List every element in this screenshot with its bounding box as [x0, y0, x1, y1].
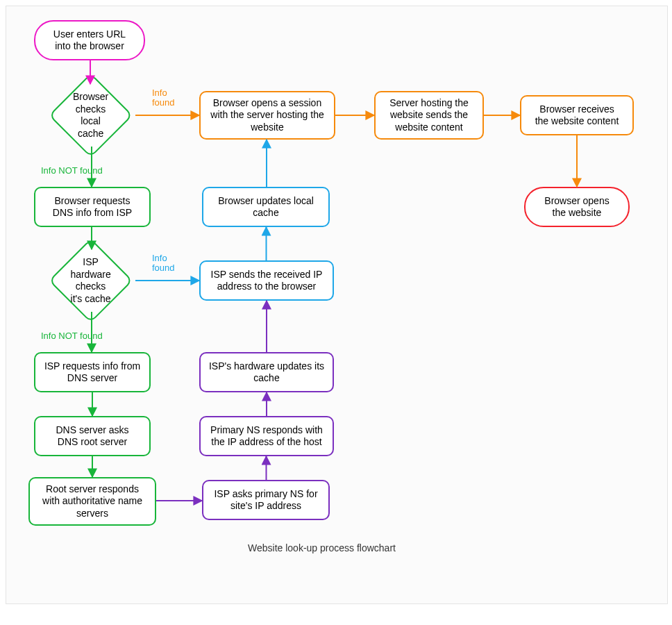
node-isp-request-dns: ISP requests info fromDNS server	[34, 352, 151, 392]
node-root-responds: Root server respondswith authoritative n…	[28, 477, 156, 526]
node-start: User enters URLinto the browser	[34, 20, 145, 60]
edge-label: Infofound	[152, 253, 175, 274]
node-label: ISP sends the received IPaddress to the …	[211, 269, 323, 293]
edge-label: Info NOT found	[41, 331, 103, 341]
node-browser-cache-update: Browser updates localcache	[202, 187, 330, 227]
node-end: Browser opensthe website	[524, 187, 630, 227]
node-label: DNS server asksDNS root server	[56, 424, 128, 449]
node-label: ISP asks primary NS forsite's IP address	[214, 488, 317, 512]
node-label: Server hosting thewebsite sends thewebsi…	[389, 97, 469, 134]
node-label: Browser checkslocal cache	[69, 91, 112, 140]
node-label: Root server respondswith authoritative n…	[42, 483, 142, 520]
node-isp-sends-ip: ISP sends the received IPaddress to the …	[199, 260, 334, 301]
node-isp-asks-ns: ISP asks primary NS forsite's IP address	[202, 480, 330, 520]
node-ns-responds: Primary NS responds withthe IP address o…	[199, 416, 334, 456]
flowchart-panel: { "colors": { "magenta": "#ec18c6", "gre…	[6, 6, 668, 604]
node-label: ISP's hardware updates itscache	[209, 360, 324, 385]
diagram-caption: Website look-up process flowchart	[248, 542, 396, 553]
node-label: Primary NS responds withthe IP address o…	[210, 424, 323, 449]
node-label: Browser requestsDNS info from ISP	[53, 195, 132, 219]
node-label: Browser receivesthe website content	[535, 103, 619, 128]
node-label: Browser opens a sessionwith the server h…	[210, 97, 324, 134]
node-request-isp: Browser requestsDNS info from ISP	[34, 187, 151, 227]
node-label: Browser opensthe website	[544, 195, 609, 219]
node-label: ISP hardwarechecks it's cache	[69, 256, 112, 305]
edge-label: Infofound	[152, 88, 175, 108]
node-label: ISP requests info fromDNS server	[44, 360, 140, 385]
node-isp-cache: ISP hardwarechecks it's cache	[49, 239, 133, 323]
node-browser-cache: Browser checkslocal cache	[49, 74, 133, 158]
node-label: User enters URLinto the browser	[53, 28, 126, 53]
node-isp-cache-update: ISP's hardware updates itscache	[199, 352, 334, 392]
node-browser-receives: Browser receivesthe website content	[520, 95, 634, 135]
edge-label: Info NOT found	[41, 166, 103, 176]
node-dns-root: DNS server asksDNS root server	[34, 416, 151, 456]
node-server-sends: Server hosting thewebsite sends thewebsi…	[374, 91, 484, 140]
node-open-session: Browser opens a sessionwith the server h…	[199, 91, 335, 140]
node-label: Browser updates localcache	[218, 195, 314, 219]
